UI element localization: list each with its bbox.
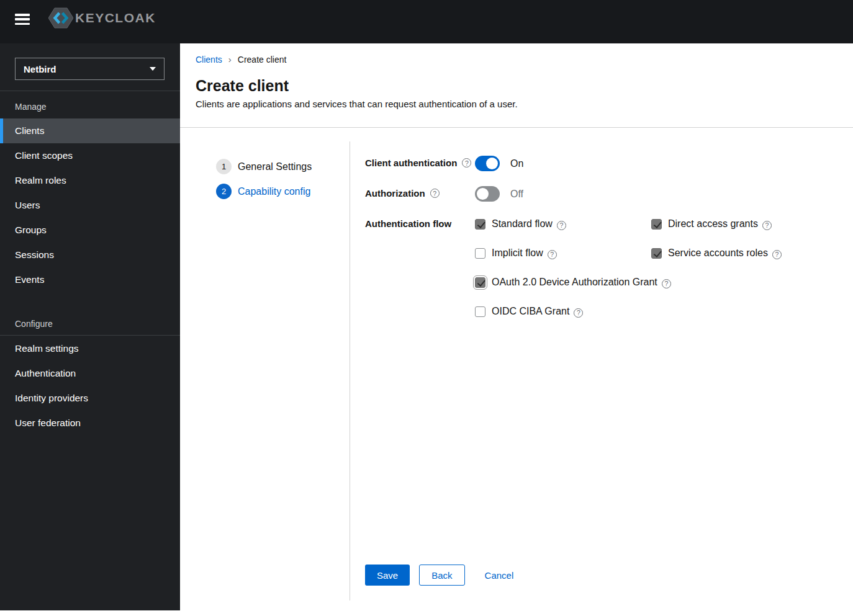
sidebar: Netbird Manage Clients Client scopes Rea…	[0, 43, 180, 610]
question-circle-icon[interactable]	[462, 158, 471, 167]
breadcrumb-current: Create client	[238, 55, 287, 65]
checkbox-box[interactable]	[475, 306, 485, 317]
header-divider	[180, 127, 853, 128]
toggle-state-label: On	[510, 158, 523, 169]
sidebar-divider	[0, 335, 180, 336]
breadcrumb: Clients Create client	[196, 55, 286, 65]
checkbox-box[interactable]	[475, 248, 485, 259]
checkbox-box[interactable]	[651, 219, 662, 230]
sidebar-item-events[interactable]: Events	[0, 267, 180, 292]
sidebar-item-label: Realm settings	[15, 343, 79, 354]
wizard-content-divider	[350, 141, 350, 600]
checkbox-implicit-flow[interactable]: Implicit flow	[475, 248, 651, 259]
checkbox-service-accounts-roles[interactable]: Service accounts roles	[651, 248, 782, 259]
field-control-cell: On	[475, 156, 523, 171]
keycloak-hexagon-icon	[48, 7, 73, 29]
question-circle-icon[interactable]	[762, 221, 772, 230]
sidebar-item-realm-settings[interactable]: Realm settings	[0, 336, 180, 361]
checkbox-label: OAuth 2.0 Device Authorization Grant	[492, 277, 657, 288]
sidebar-item-label: Groups	[15, 225, 47, 236]
client-authentication-label: Client authentication	[365, 158, 457, 168]
manage-nav-list: Clients Client scopes Realm roles Users …	[0, 118, 180, 292]
wizard-step-capability-config[interactable]: 2 Capability config	[216, 184, 312, 199]
toggle-knob	[477, 188, 489, 200]
question-circle-icon[interactable]	[557, 221, 566, 230]
checkbox-label: Implicit flow	[492, 248, 543, 259]
sidebar-item-label: Users	[15, 200, 40, 211]
step-number-badge: 2	[216, 184, 232, 199]
checkbox-box[interactable]	[475, 219, 485, 230]
field-label-cell: Client authentication	[365, 156, 475, 168]
chevron-down-icon	[150, 67, 156, 71]
sidebar-divider	[0, 91, 180, 91]
keycloak-logo: KEYCLOAK	[48, 7, 156, 29]
sidebar-item-label: Authentication	[15, 368, 76, 379]
page-title: Create client	[196, 77, 289, 95]
sidebar-item-groups[interactable]: Groups	[0, 218, 180, 243]
keycloak-admin-console: KEYCLOAK Netbird Manage Clients Client s…	[0, 0, 853, 616]
sidebar-item-users[interactable]: Users	[0, 193, 180, 218]
checkbox-oauth-device-authorization-grant[interactable]: OAuth 2.0 Device Authorization Grant	[475, 277, 782, 288]
wizard-actions: Save Back Cancel	[365, 565, 513, 586]
question-circle-icon[interactable]	[772, 250, 782, 259]
client-authentication-row: Client authentication On	[365, 156, 523, 171]
masthead: KEYCLOAK	[0, 0, 853, 43]
question-circle-icon[interactable]	[574, 308, 583, 318]
configure-nav-list: Realm settings Authentication Identity p…	[0, 336, 180, 435]
realm-name: Netbird	[24, 64, 56, 74]
sidebar-item-label: Clients	[15, 125, 44, 136]
save-button[interactable]: Save	[365, 565, 410, 586]
authorization-toggle[interactable]	[475, 186, 500, 202]
sidebar-item-label: User federation	[15, 417, 81, 429]
wizard-steps: 1 General Settings 2 Capability config	[216, 159, 312, 199]
sidebar-item-label: Client scopes	[15, 150, 73, 161]
field-label-cell: Authentication flow	[365, 216, 475, 229]
sidebar-item-label: Sessions	[15, 249, 54, 261]
step-label: Capability config	[238, 186, 310, 197]
toggle-state-label: Off	[510, 189, 523, 200]
sidebar-item-label: Events	[15, 274, 44, 285]
step-number-badge: 1	[216, 159, 232, 174]
sidebar-item-label: Realm roles	[15, 175, 66, 186]
nav-toggle-hamburger-icon[interactable]	[15, 14, 30, 25]
client-authentication-toggle[interactable]	[475, 156, 500, 171]
field-label-cell: Authorization	[365, 186, 475, 199]
question-circle-icon[interactable]	[548, 250, 557, 259]
toggle-knob	[486, 158, 498, 169]
back-button[interactable]: Back	[419, 565, 464, 586]
authorization-label: Authorization	[365, 188, 425, 199]
sidebar-item-clients[interactable]: Clients	[0, 118, 180, 143]
checkbox-label: Standard flow	[492, 218, 553, 230]
checkbox-box[interactable]	[475, 277, 485, 288]
sidebar-item-authentication[interactable]: Authentication	[0, 361, 180, 386]
sidebar-item-user-federation[interactable]: User federation	[0, 411, 180, 435]
checkbox-label: Direct access grants	[668, 218, 758, 230]
checkbox-box[interactable]	[651, 248, 662, 259]
checkbox-oidc-ciba-grant[interactable]: OIDC CIBA Grant	[475, 306, 782, 317]
sidebar-section-configure: Configure	[15, 319, 53, 329]
question-circle-icon[interactable]	[430, 189, 440, 198]
realm-selector[interactable]: Netbird	[15, 58, 165, 80]
sidebar-item-client-scopes[interactable]: Client scopes	[0, 143, 180, 168]
authorization-row: Authorization Off	[365, 186, 523, 202]
sidebar-item-identity-providers[interactable]: Identity providers	[0, 386, 180, 411]
question-circle-icon[interactable]	[662, 279, 671, 288]
step-label: General Settings	[238, 161, 312, 172]
sidebar-item-realm-roles[interactable]: Realm roles	[0, 168, 180, 193]
breadcrumb-clients-link[interactable]: Clients	[196, 55, 222, 65]
page-subtitle: Clients are applications and services th…	[196, 99, 518, 109]
field-control-cell: Off	[475, 186, 523, 202]
authentication-flow-label: Authentication flow	[365, 218, 451, 229]
sidebar-item-label: Identity providers	[15, 393, 88, 404]
checkbox-direct-access-grants[interactable]: Direct access grants	[651, 218, 782, 230]
checkbox-standard-flow[interactable]: Standard flow	[475, 218, 651, 230]
wizard-step-general-settings[interactable]: 1 General Settings	[216, 159, 312, 174]
checkbox-label: OIDC CIBA Grant	[492, 306, 569, 317]
angle-right-icon	[228, 55, 232, 64]
authentication-flow-options: Standard flow Direct access grants Impli…	[475, 216, 782, 319]
checkbox-label: Service accounts roles	[668, 248, 768, 259]
sidebar-section-manage: Manage	[15, 102, 47, 112]
cancel-button[interactable]: Cancel	[485, 570, 514, 581]
sidebar-item-sessions[interactable]: Sessions	[0, 243, 180, 267]
authentication-flow-row: Authentication flow Standard flow Direct…	[365, 216, 782, 319]
